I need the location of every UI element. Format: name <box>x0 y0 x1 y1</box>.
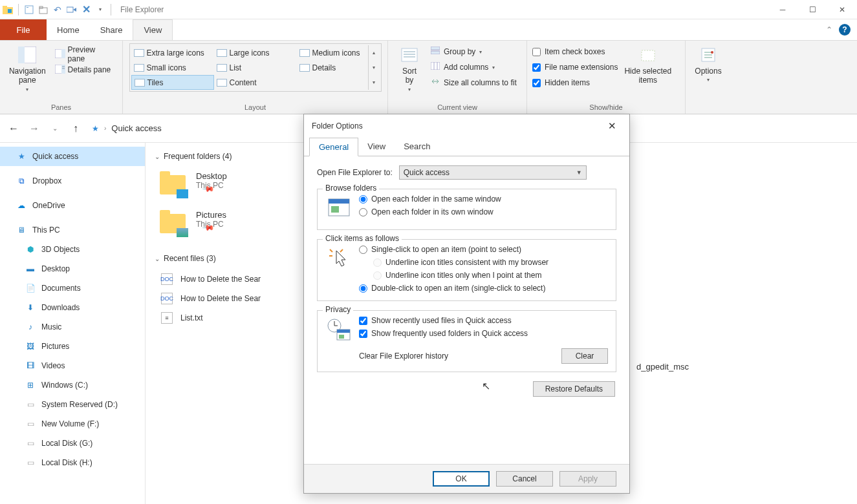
file-extensions-toggle[interactable]: File name extensions <box>532 60 618 74</box>
radio-own-window[interactable]: Open each folder in its own window <box>359 207 501 216</box>
checkbox-recent-files[interactable]: Show recently used files in Quick access <box>359 316 528 325</box>
qat-new-folder-icon[interactable] <box>38 5 49 15</box>
add-columns-button[interactable]: Add columns▾ <box>428 60 519 74</box>
radio-single-click[interactable]: Single-click to open an item (point to s… <box>359 245 548 254</box>
svg-rect-7 <box>67 7 73 12</box>
maximize-button[interactable]: ☐ <box>797 0 827 19</box>
nav-pane-icon <box>18 45 36 65</box>
group-by-button[interactable]: Group by▾ <box>428 45 519 59</box>
minimize-button[interactable]: ─ <box>768 0 797 19</box>
sort-by-button[interactable]: Sort by ▾ <box>393 43 426 94</box>
dialog-tab-view[interactable]: View <box>358 138 395 156</box>
layout-content[interactable]: Content <box>214 75 297 90</box>
dialog-tab-search[interactable]: Search <box>395 138 439 156</box>
radio-underline-point: Underline icon titles only when I point … <box>373 271 548 280</box>
browse-icon <box>325 194 353 222</box>
size-icon <box>431 78 441 88</box>
address-bar[interactable]: ★ › Quick access <box>88 120 166 138</box>
dialog-tab-general[interactable]: General <box>309 138 358 156</box>
ribbon: Navigation pane ▾ Preview pane Details p… <box>0 40 857 114</box>
up-button[interactable]: ↑ <box>67 120 84 137</box>
click-icon <box>325 245 353 272</box>
home-tab[interactable]: Home <box>47 19 90 40</box>
chevron-down-icon: ⌄ <box>155 153 160 160</box>
sidebar-desktop[interactable]: ▬Desktop <box>0 259 145 278</box>
address-text: Quick access <box>111 123 161 133</box>
apply-button[interactable]: Apply <box>559 471 616 487</box>
qat-undo-icon[interactable]: ↶ <box>52 5 63 15</box>
navigation-pane-button[interactable]: Navigation pane ▾ <box>5 43 50 94</box>
cube-icon: ⬢ <box>25 244 36 255</box>
layout-details[interactable]: Details <box>297 60 368 75</box>
layout-small[interactable]: Small icons <box>131 60 214 75</box>
details-pane-button[interactable]: Details pane <box>52 63 117 77</box>
options-button[interactable]: Options ▾ <box>691 43 725 85</box>
sidebar-3d-objects[interactable]: ⬢3D Objects <box>0 240 145 259</box>
qat-redo-icon[interactable] <box>67 5 77 15</box>
click-items-fieldset: Click items as follows Single-click to o… <box>317 239 616 301</box>
help-icon[interactable]: ? <box>839 24 851 36</box>
share-tab[interactable]: Share <box>90 19 133 40</box>
sidebar: ★Quick access ⧉Dropbox ☁OneDrive 🖥This P… <box>0 143 146 504</box>
sidebar-dropbox[interactable]: ⧉Dropbox <box>0 171 145 191</box>
sidebar-documents[interactable]: 📄Documents <box>0 278 145 298</box>
gallery-down-icon[interactable]: ▾ <box>369 60 380 75</box>
quick-access-toolbar: ↶ ✕ ▾ <box>0 4 115 16</box>
gallery-more-icon[interactable]: ▾ <box>369 75 380 90</box>
sidebar-videos[interactable]: 🎞Videos <box>0 356 145 375</box>
open-explorer-label: Open File Explorer to: <box>317 168 393 177</box>
sidebar-this-pc[interactable]: 🖥This PC <box>0 220 145 240</box>
layout-extra-large[interactable]: Extra large icons <box>131 45 214 60</box>
svg-rect-20 <box>431 47 440 50</box>
sidebar-drive-g[interactable]: ▭Local Disk (G:) <box>0 434 145 453</box>
sidebar-drive-d[interactable]: ▭System Reserved (D:) <box>0 395 145 414</box>
sidebar-downloads[interactable]: ⬇Downloads <box>0 298 145 317</box>
preview-pane-button[interactable]: Preview pane <box>52 47 117 61</box>
ok-button[interactable]: OK <box>433 471 490 487</box>
forward-button[interactable]: → <box>26 120 43 137</box>
clear-button[interactable]: Clear <box>561 348 608 364</box>
close-button[interactable]: ✕ <box>827 0 857 19</box>
back-button[interactable]: ← <box>5 120 22 137</box>
qat-dropdown-icon[interactable]: ▾ <box>95 5 105 15</box>
sidebar-drive-c[interactable]: ⊞Windows (C:) <box>0 375 145 395</box>
hide-selected-button[interactable]: Hide selected items <box>620 43 675 87</box>
radio-double-click[interactable]: Double-click to open an item (single-cli… <box>359 284 548 293</box>
restore-defaults-button[interactable]: Restore Defaults <box>533 381 615 397</box>
sidebar-quick-access[interactable]: ★Quick access <box>0 147 145 166</box>
layout-list[interactable]: List <box>214 60 297 75</box>
ribbon-collapse-icon[interactable]: ⌃ <box>826 25 832 34</box>
sidebar-music[interactable]: ♪Music <box>0 317 145 337</box>
open-explorer-select[interactable]: Quick access▼ <box>399 165 587 180</box>
music-icon: ♪ <box>25 322 36 332</box>
dialog-tabs: General View Search <box>304 138 629 156</box>
drive-icon: ⊞ <box>25 380 36 390</box>
gallery-up-icon[interactable]: ▴ <box>369 45 380 60</box>
hidden-items-toggle[interactable]: Hidden items <box>532 76 618 90</box>
dialog-footer: OK Cancel Apply <box>304 464 629 493</box>
sidebar-drive-f[interactable]: ▭New Volume (F:) <box>0 414 145 434</box>
view-tab[interactable]: View <box>133 19 173 40</box>
layout-large[interactable]: Large icons <box>214 45 297 60</box>
separator <box>18 4 19 16</box>
qat-properties-icon[interactable] <box>24 5 34 15</box>
item-checkboxes-toggle[interactable]: Item check boxes <box>532 45 618 59</box>
columns-icon <box>431 62 441 72</box>
layout-medium[interactable]: Medium icons <box>297 45 368 60</box>
svg-rect-35 <box>337 330 350 333</box>
cancel-button[interactable]: Cancel <box>496 471 553 487</box>
checkbox-frequent-folders[interactable]: Show frequently used folders in Quick ac… <box>359 329 528 338</box>
qat-delete-icon[interactable]: ✕ <box>81 5 91 15</box>
sidebar-onedrive[interactable]: ☁OneDrive <box>0 196 145 215</box>
svg-rect-25 <box>642 50 655 61</box>
sidebar-drive-h[interactable]: ▭Local Disk (H:) <box>0 453 145 472</box>
svg-rect-30 <box>331 206 339 213</box>
sidebar-pictures[interactable]: 🖼Pictures <box>0 337 145 356</box>
layout-tiles[interactable]: Tiles <box>131 75 214 90</box>
radio-same-window[interactable]: Open each folder in the same window <box>359 194 501 204</box>
recent-dropdown[interactable]: ⌄ <box>47 120 63 137</box>
dialog-close-button[interactable]: ✕ <box>602 116 622 136</box>
size-columns-button[interactable]: Size all columns to fit <box>428 76 519 90</box>
panes-group-label: Panes <box>5 102 117 112</box>
file-tab[interactable]: File <box>0 19 47 40</box>
